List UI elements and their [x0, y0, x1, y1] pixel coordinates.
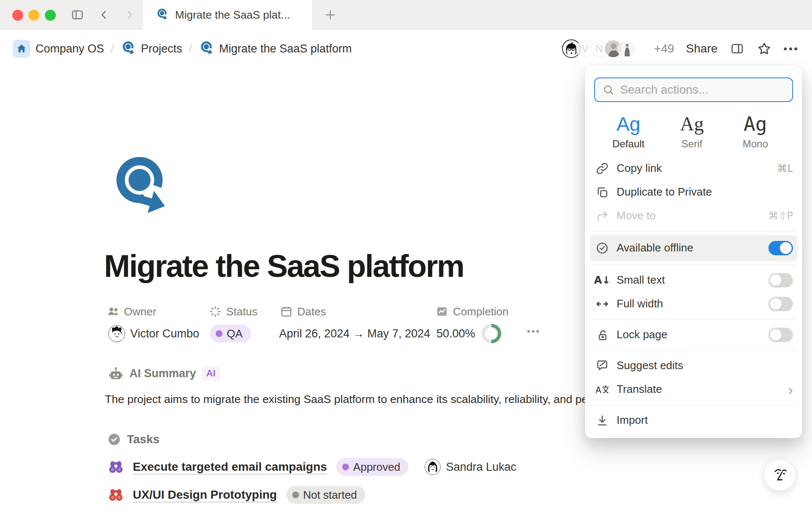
- task-link[interactable]: Execute targeted email campaigns: [133, 460, 327, 474]
- ai-summary-header[interactable]: AI Summary AI: [108, 366, 220, 381]
- tab-bar: Migrate the SaaS plat...: [0, 0, 812, 30]
- property-dates-value[interactable]: April 26, 2024 → May 7, 2024: [279, 323, 430, 344]
- menu-item-copy-link[interactable]: Copy link ⌘L: [590, 157, 797, 180]
- menu-divider: [591, 231, 796, 232]
- property-more-button[interactable]: •••: [527, 326, 540, 337]
- move-to-icon: [595, 209, 609, 223]
- breadcrumb-label: Company OS: [36, 42, 104, 55]
- font-option-mono[interactable]: Ag Mono: [732, 113, 779, 150]
- avatar-overflow-count[interactable]: +49: [654, 42, 675, 55]
- full-width-toggle[interactable]: [768, 297, 793, 311]
- menu-item-duplicate[interactable]: Duplicate to Private: [590, 180, 797, 204]
- font-style-picker: Ag Default Ag Serif Ag Mono: [585, 105, 802, 157]
- menu-item-import[interactable]: Import: [590, 409, 797, 432]
- menu-item-lock-page[interactable]: Lock page: [590, 323, 797, 347]
- avatar: [108, 325, 125, 342]
- calendar-icon: [280, 305, 293, 318]
- property-completion-value[interactable]: 50.00%: [436, 323, 475, 344]
- translate-icon: [595, 382, 609, 397]
- breadcrumb-home[interactable]: Company OS: [13, 40, 104, 58]
- menu-divider: [591, 350, 796, 351]
- task-row: UX/UI Design Prototyping Not started: [108, 486, 365, 504]
- avatar: [425, 459, 441, 475]
- breadcrumb-separator: /: [189, 42, 192, 55]
- menu-item-move-to: Move to ⌘⇧P: [590, 204, 797, 228]
- page-logo-icon: [199, 41, 214, 57]
- search-actions-box[interactable]: [594, 77, 793, 102]
- font-option-serif[interactable]: Ag Serif: [669, 113, 715, 150]
- task-link[interactable]: UX/UI Design Prototyping: [133, 488, 277, 502]
- back-icon[interactable]: [98, 9, 110, 21]
- property-owner-value[interactable]: Victor Cumbo: [108, 323, 199, 344]
- breadcrumb-projects[interactable]: Projects: [121, 41, 182, 57]
- header-actions: V N +49 Share: [562, 30, 799, 67]
- minimize-window-button[interactable]: [28, 10, 39, 21]
- binoculars-icon: [108, 459, 123, 475]
- notion-ai-button[interactable]: [764, 459, 796, 491]
- small-text-toggle[interactable]: [768, 273, 793, 287]
- menu-item-suggest-edits[interactable]: Suggest edits: [590, 354, 797, 378]
- lock-page-toggle[interactable]: [768, 328, 793, 342]
- share-button[interactable]: Share: [686, 42, 718, 55]
- open-side-panel-icon[interactable]: [730, 41, 745, 56]
- ai-badge: AI: [202, 366, 220, 381]
- page-logo-icon[interactable]: [113, 152, 166, 224]
- zoom-window-button[interactable]: [45, 10, 56, 21]
- unlock-icon: [595, 328, 609, 342]
- menu-divider: [591, 319, 796, 320]
- breadcrumb-label: Projects: [141, 42, 182, 55]
- breadcrumb: Company OS / Projects /: [0, 40, 352, 58]
- new-tab-button[interactable]: [320, 4, 341, 25]
- status-dot: [292, 491, 299, 498]
- property-owner-label[interactable]: Owner: [107, 303, 156, 320]
- task-status-badge[interactable]: Approved: [336, 458, 409, 476]
- page-actions-menu: Ag Default Ag Serif Ag Mono Copy link ⌘L: [585, 66, 802, 438]
- tab-title: Migrate the SaaS plat...: [175, 8, 290, 22]
- font-option-default[interactable]: Ag Default: [605, 113, 652, 150]
- close-window-button[interactable]: [12, 10, 23, 21]
- binoculars-icon: [108, 487, 123, 502]
- status-spinner-icon: [209, 305, 222, 318]
- task-row: Execute targeted email campaigns Approve…: [108, 458, 516, 476]
- favorite-star-icon[interactable]: [757, 41, 772, 56]
- property-dates-label[interactable]: Dates: [280, 303, 326, 320]
- status-dot: [216, 330, 222, 337]
- menu-item-available-offline[interactable]: Available offline: [590, 235, 797, 261]
- tasks-section-header[interactable]: Tasks: [107, 433, 159, 446]
- status-badge: QA: [210, 325, 251, 342]
- menu-item-translate[interactable]: Translate ›: [590, 378, 797, 401]
- circle-check-icon: [107, 433, 121, 446]
- page-title[interactable]: Migrate the SaaS platform: [104, 248, 464, 284]
- menu-item-small-text[interactable]: A↓ Small text: [590, 268, 797, 292]
- collaborator-avatars[interactable]: V N: [562, 39, 636, 58]
- home-icon: [13, 40, 30, 58]
- projects-icon: [121, 41, 136, 57]
- full-width-icon: [595, 297, 609, 311]
- forward-icon: [123, 9, 135, 21]
- robot-icon: [108, 366, 123, 381]
- available-offline-toggle[interactable]: [768, 241, 793, 255]
- task-assignee[interactable]: Sandra Lukac: [425, 459, 516, 475]
- chart-icon: [436, 305, 448, 318]
- menu-item-full-width[interactable]: Full width: [590, 292, 797, 316]
- property-status-label[interactable]: Status: [209, 303, 258, 320]
- search-actions-input[interactable]: [620, 83, 785, 97]
- page-header: Company OS / Projects /: [0, 30, 812, 67]
- page-logo-icon: [156, 8, 168, 22]
- ai-summary-text[interactable]: The project aims to migrate the existing…: [105, 393, 638, 406]
- more-actions-button[interactable]: •••: [784, 43, 799, 55]
- avatar[interactable]: [618, 39, 636, 58]
- breadcrumb-current-page[interactable]: Migrate the SaaS platform: [199, 41, 352, 57]
- menu-divider: [591, 265, 796, 265]
- status-dot: [342, 464, 349, 470]
- toggle-sidebar-icon[interactable]: [70, 8, 85, 22]
- property-completion-label[interactable]: Completion: [436, 303, 509, 320]
- import-icon: [595, 413, 609, 428]
- completion-ring: [481, 323, 502, 344]
- notion-window: Migrate the SaaS plat... Company OS /: [0, 0, 812, 508]
- suggest-edits-icon: [595, 359, 609, 373]
- property-status-value[interactable]: QA: [210, 323, 251, 344]
- duplicate-icon: [595, 185, 609, 199]
- tab-migrate-saas[interactable]: Migrate the SaaS plat...: [143, 0, 312, 30]
- task-status-badge[interactable]: Not started: [286, 486, 365, 504]
